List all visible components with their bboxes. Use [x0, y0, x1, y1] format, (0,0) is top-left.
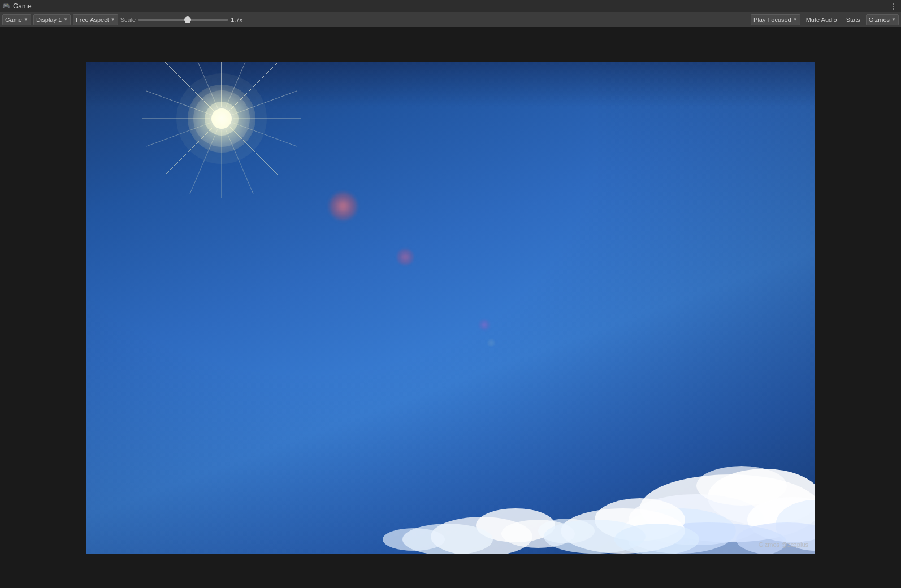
game-view: Gizmos @zczplus: [0, 27, 901, 588]
lens-flare-1: [329, 192, 357, 220]
svg-point-33: [383, 528, 445, 551]
play-focused-dropdown[interactable]: Play Focused ▼: [751, 14, 800, 25]
watermark: Gizmos @zczplus: [759, 541, 808, 548]
game-dropdown-arrow: ▼: [24, 17, 28, 22]
gizmos-arrow: ▼: [891, 17, 896, 22]
lens-flare-3: [479, 319, 490, 330]
clouds-svg: [86, 339, 815, 554]
gizmos-label: Gizmos: [869, 16, 890, 23]
tab-bar: 🎮 Game ⋮: [0, 0, 901, 12]
game-dropdown-label: Game: [5, 16, 22, 23]
play-focused-label: Play Focused: [753, 16, 791, 23]
lens-flare-2: [397, 249, 414, 265]
display-dropdown-arrow: ▼: [63, 17, 68, 22]
mute-audio-button[interactable]: Mute Audio: [803, 14, 841, 25]
sun: [199, 96, 244, 141]
aspect-dropdown-label: Free Aspect: [76, 16, 109, 23]
svg-point-26: [696, 466, 787, 506]
aspect-dropdown-arrow: ▼: [111, 17, 115, 22]
toolbar: Game ▼ Display 1 ▼ Free Aspect ▼ Scale 1…: [0, 12, 901, 27]
game-dropdown[interactable]: Game ▼: [2, 14, 31, 25]
scale-slider[interactable]: [138, 19, 228, 21]
sun-glow: [188, 85, 255, 153]
game-tab-label[interactable]: Game: [13, 2, 32, 10]
play-focused-arrow: ▼: [793, 17, 798, 22]
stats-button[interactable]: Stats: [843, 14, 864, 25]
scale-control: Scale 1.7x: [120, 16, 247, 23]
display-dropdown[interactable]: Display 1 ▼: [33, 14, 71, 25]
scale-label: Scale: [120, 16, 136, 23]
gizmos-dropdown[interactable]: Gizmos ▼: [866, 14, 899, 25]
sky-viewport: Gizmos @zczplus: [86, 62, 815, 554]
scale-value: 1.7x: [231, 16, 246, 23]
game-tab-icon: 🎮: [2, 2, 10, 10]
aspect-dropdown[interactable]: Free Aspect ▼: [73, 14, 118, 25]
display-dropdown-label: Display 1: [36, 16, 62, 23]
tab-menu-button[interactable]: ⋮: [887, 1, 899, 12]
